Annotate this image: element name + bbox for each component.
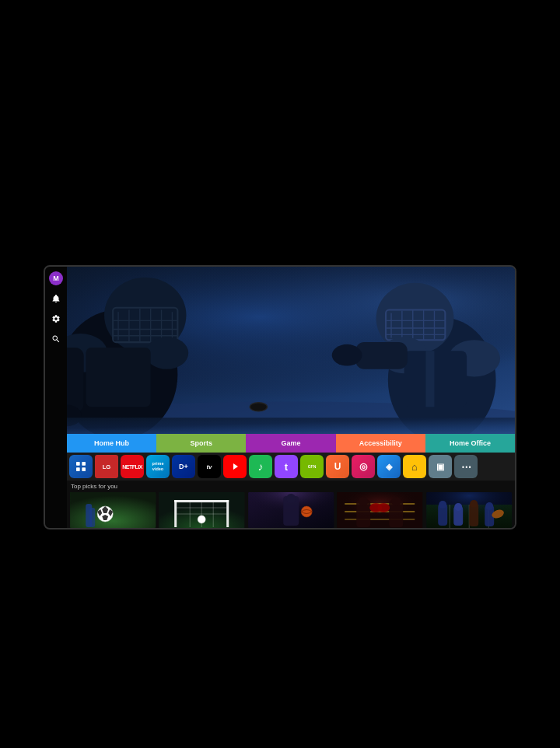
app-icon-apple-tv[interactable]: tv	[198, 455, 221, 478]
settings-icon[interactable]	[49, 312, 63, 326]
sidebar: M	[45, 267, 67, 528]
pick-item-soccer-ball[interactable]	[69, 492, 156, 528]
svg-point-17	[145, 337, 188, 369]
svg-rect-56	[175, 500, 177, 527]
search-icon[interactable]	[49, 332, 63, 346]
apps-row: LG NETFLIX primevideo D+ tv	[67, 453, 515, 481]
tab-sports[interactable]: Sports	[156, 434, 246, 453]
tab-home-hub[interactable]: Home Hub	[67, 434, 156, 453]
svg-point-89	[439, 501, 446, 509]
svg-point-93	[470, 500, 478, 508]
svg-rect-35	[425, 351, 434, 407]
svg-point-77	[359, 497, 368, 506]
tab-home-office[interactable]: Home Office	[425, 434, 515, 453]
app-icon-spotify[interactable]: ♪	[249, 455, 272, 478]
tab-accessibility[interactable]: Accessibility	[336, 434, 425, 453]
svg-point-81	[377, 503, 390, 512]
svg-point-69	[286, 494, 296, 503]
svg-point-95	[485, 502, 493, 510]
app-icon-geforce-now[interactable]: GFN	[300, 455, 324, 478]
svg-rect-52	[89, 508, 95, 527]
app-icon-more[interactable]: ⋯	[454, 455, 478, 478]
app-icon-smartiptv[interactable]: ◈	[377, 455, 401, 478]
app-icon-lg-channels[interactable]: LG	[95, 455, 118, 478]
app-icon-youtube[interactable]	[223, 455, 247, 478]
nav-tabs: Home Hub Sports Game Accessibility Home …	[67, 434, 515, 453]
pick-item-soccer-goal[interactable]	[158, 492, 245, 528]
bell-icon[interactable]	[49, 292, 63, 306]
svg-rect-43	[82, 467, 86, 471]
svg-point-79	[391, 497, 401, 506]
pick-item-boxing[interactable]	[336, 492, 423, 528]
svg-rect-49	[70, 492, 156, 528]
svg-point-70	[301, 506, 312, 517]
main-content: Home Hub Sports Game Accessibility Home …	[67, 267, 515, 528]
svg-rect-41	[82, 462, 86, 466]
avatar[interactable]: M	[49, 271, 63, 285]
app-icon-360-channel[interactable]: ◎	[352, 455, 375, 478]
svg-rect-39	[67, 418, 515, 434]
app-icon-disney-plus[interactable]: D+	[172, 455, 195, 478]
hero-image	[67, 267, 515, 434]
svg-rect-34	[404, 351, 467, 407]
app-icon-netflix[interactable]: NETFLIX	[121, 455, 144, 478]
top-picks-label: Top picks for you	[69, 483, 513, 490]
tv-frame: M	[44, 265, 516, 530]
svg-point-37	[332, 344, 362, 366]
app-icon-lg-home[interactable]: ⌂	[403, 455, 426, 478]
svg-point-91	[454, 503, 462, 511]
top-picks-section: Top picks for you	[67, 481, 515, 528]
svg-point-38	[250, 403, 267, 411]
svg-text:LG: LG	[103, 463, 111, 470]
hero-area	[67, 267, 515, 434]
svg-point-64	[198, 516, 206, 523]
svg-rect-42	[76, 467, 80, 471]
tab-game[interactable]: Game	[246, 434, 335, 453]
svg-rect-36	[355, 342, 408, 369]
svg-rect-18	[86, 348, 150, 407]
svg-rect-57	[227, 500, 229, 527]
pick-item-basketball[interactable]	[247, 492, 334, 528]
app-icon-screen-share[interactable]: ▣	[429, 455, 452, 478]
svg-rect-40	[76, 462, 80, 466]
svg-rect-19	[67, 348, 84, 412]
top-picks-grid	[69, 492, 513, 528]
app-icon-prime-video[interactable]: primevideo	[146, 455, 170, 478]
app-icon-utomik[interactable]: U	[326, 455, 349, 478]
svg-rect-55	[175, 500, 229, 502]
pick-item-football[interactable]	[425, 492, 513, 528]
app-icon-twitch[interactable]: t	[275, 455, 298, 478]
app-icon-apps[interactable]	[69, 455, 93, 478]
